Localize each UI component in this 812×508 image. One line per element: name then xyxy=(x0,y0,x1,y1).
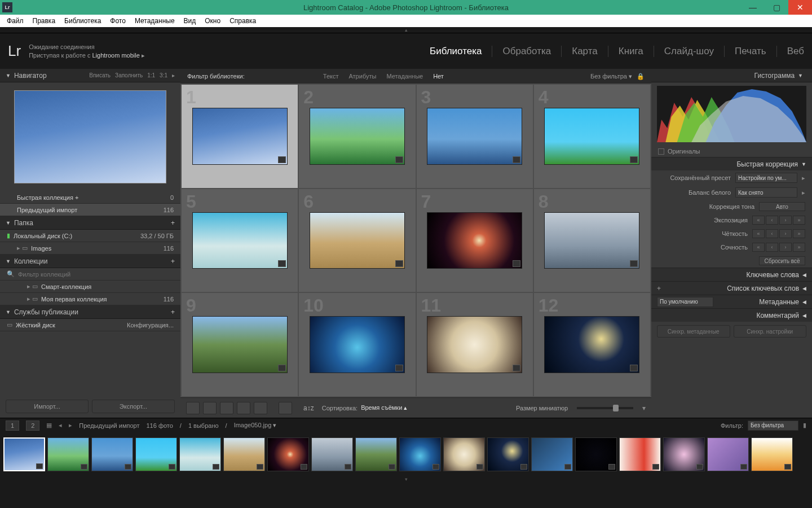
nav-zoom-Заполнить[interactable]: Заполнить xyxy=(115,72,143,78)
add-collection-button[interactable]: + xyxy=(171,257,175,265)
filmstrip-thumb[interactable] xyxy=(179,437,221,471)
filmstrip-thumb[interactable] xyxy=(575,437,617,471)
current-filename[interactable]: Image050.jpg ▾ xyxy=(234,422,277,429)
histogram-header[interactable]: Гистограмма ▼ xyxy=(651,69,812,82)
sync-metadata-button[interactable]: Синхр. метаданные xyxy=(657,325,730,338)
menu-файл[interactable]: Файл xyxy=(2,15,28,27)
navigator-preview[interactable] xyxy=(14,90,166,183)
filmstrip-thumb[interactable] xyxy=(399,437,441,471)
navigator-header[interactable]: ▼ Навигатор ВписатьЗаполнить1:13:1▸ xyxy=(0,69,180,82)
module-5[interactable]: Печать xyxy=(725,46,777,57)
publish-service-row[interactable]: ▭ Жёсткий диск Конфигурация... xyxy=(0,319,180,331)
grid-view-button[interactable] xyxy=(186,402,200,414)
nav-fwd-button[interactable]: ▸ xyxy=(69,422,72,429)
filmstrip[interactable] xyxy=(0,432,812,476)
lock-icon[interactable]: 🔒 xyxy=(637,73,645,80)
grid-cell[interactable]: 6 xyxy=(299,189,415,292)
module-6[interactable]: Веб xyxy=(777,46,804,57)
grid-cell[interactable]: 8 xyxy=(534,189,650,292)
inc-button[interactable]: › xyxy=(779,216,792,225)
painter-tool-button[interactable] xyxy=(279,402,292,414)
catalog-row[interactable]: Предыдущий импорт116 xyxy=(0,204,180,216)
people-view-button[interactable] xyxy=(254,402,267,414)
grid-icon[interactable]: ▦ xyxy=(46,422,52,429)
grid-cell[interactable]: 11 xyxy=(417,293,533,396)
dec-large-button[interactable]: « xyxy=(752,216,765,225)
preset-dropdown[interactable]: Настройки по ум... xyxy=(735,173,797,183)
filmstrip-thumb[interactable] xyxy=(751,437,793,471)
sort-direction-button[interactable]: a↕z xyxy=(303,404,314,412)
panel-header-1[interactable]: +Список ключевых слов◀ xyxy=(651,281,812,295)
dec-large-button[interactable]: « xyxy=(752,229,765,238)
filmstrip-thumb[interactable] xyxy=(223,437,265,471)
menu-справка[interactable]: Справка xyxy=(225,15,261,27)
menu-фото[interactable]: Фото xyxy=(105,15,130,27)
menu-правка[interactable]: Правка xyxy=(28,15,60,27)
module-3[interactable]: Книга xyxy=(608,46,654,57)
wb-dropdown[interactable]: Как снято xyxy=(735,187,797,198)
reset-all-button[interactable]: Сбросить всё xyxy=(759,256,805,265)
export-button[interactable]: Экспорт... xyxy=(92,400,175,413)
collection-row[interactable]: ▸ ▭Моя первая коллекция116 xyxy=(0,293,180,305)
filter-tab-3[interactable]: Нет xyxy=(433,73,444,80)
filter-preset-dropdown[interactable]: Без фильтра ▾ xyxy=(590,73,632,80)
expand-icon[interactable]: ▸ xyxy=(802,189,805,196)
quick-develop-header[interactable]: Быстрая коррекция▼ xyxy=(651,157,812,170)
auto-tone-button[interactable]: Авто xyxy=(759,202,805,211)
filter-tab-0[interactable]: Текст xyxy=(323,73,339,80)
minimize-button[interactable]: — xyxy=(741,0,765,15)
folder-row[interactable]: ▸ ▭ Images 116 xyxy=(0,242,180,255)
metadata-preset-dropdown[interactable]: По умолчанию xyxy=(657,297,713,307)
publish-header[interactable]: ▼ Службы публикации + xyxy=(0,305,180,319)
menu-окно[interactable]: Окно xyxy=(200,15,225,27)
filmstrip-thumb[interactable] xyxy=(619,437,661,471)
import-button[interactable]: Импорт... xyxy=(6,400,89,413)
bottom-collapse-handle[interactable]: ▾ xyxy=(0,476,812,482)
filmstrip-thumb[interactable] xyxy=(443,437,485,471)
panel-header-3[interactable]: Комментарий◀ xyxy=(651,308,812,322)
filmstrip-thumb[interactable] xyxy=(3,437,45,471)
expand-icon[interactable]: ▸ xyxy=(802,174,805,182)
filmstrip-thumb[interactable] xyxy=(267,437,309,471)
module-1[interactable]: Обработка xyxy=(492,46,562,57)
sync-status[interactable]: Ожидание соединения Приступая к работе с… xyxy=(29,43,145,60)
grid-cell[interactable]: 5 xyxy=(182,189,298,292)
module-0[interactable]: Библиотека xyxy=(420,46,492,57)
grid-cell[interactable]: 3 xyxy=(417,85,533,188)
filmstrip-filter-dropdown[interactable]: Без фильтра xyxy=(748,421,798,431)
module-2[interactable]: Карта xyxy=(562,46,608,57)
menu-библиотека[interactable]: Библиотека xyxy=(60,15,105,27)
filmstrip-thumb[interactable] xyxy=(135,437,177,471)
grid-cell[interactable]: 10 xyxy=(299,293,415,396)
grid-cell[interactable]: 2 xyxy=(299,85,415,188)
nav-zoom-1:1[interactable]: 1:1 xyxy=(147,72,155,78)
histogram-display[interactable] xyxy=(657,86,806,142)
originals-row[interactable]: Оригиналы xyxy=(651,146,812,157)
filmstrip-thumb[interactable] xyxy=(311,437,353,471)
chevron-right-icon[interactable]: ▸ xyxy=(172,72,175,78)
dec-large-button[interactable]: « xyxy=(752,243,765,252)
inc-button[interactable]: › xyxy=(779,243,792,252)
filmstrip-thumb[interactable] xyxy=(487,437,529,471)
catalog-row[interactable]: Быстрая коллекция +0 xyxy=(0,191,180,204)
dec-button[interactable]: ‹ xyxy=(766,229,778,238)
close-button[interactable]: ✕ xyxy=(788,0,812,15)
checkbox-icon[interactable] xyxy=(658,148,664,155)
add-folder-button[interactable]: + xyxy=(171,219,175,227)
folders-header[interactable]: ▼ Папка + xyxy=(0,216,180,230)
breadcrumb-source[interactable]: Предыдущий импорт xyxy=(79,422,139,429)
publish-configure-link[interactable]: Конфигурация... xyxy=(127,322,174,329)
inc-button[interactable]: › xyxy=(779,229,792,238)
filmstrip-thumb[interactable] xyxy=(355,437,397,471)
grid-cell[interactable]: 7 xyxy=(417,189,533,292)
volume-row[interactable]: ▮ Локальный диск (C:) 33,2 / 50 ГБ xyxy=(0,230,180,242)
sort-dropdown[interactable]: Время съёмки ▴ xyxy=(361,404,407,411)
grid-cell[interactable]: 9 xyxy=(182,293,298,396)
survey-view-button[interactable] xyxy=(237,402,250,414)
loupe-view-button[interactable] xyxy=(203,402,217,414)
grid-cell[interactable]: 1 xyxy=(182,85,298,188)
top-collapse-handle[interactable]: ▴ xyxy=(0,27,812,33)
inc-large-button[interactable]: » xyxy=(793,243,805,252)
compare-view-button[interactable] xyxy=(220,402,233,414)
add-publish-button[interactable]: + xyxy=(171,308,175,316)
